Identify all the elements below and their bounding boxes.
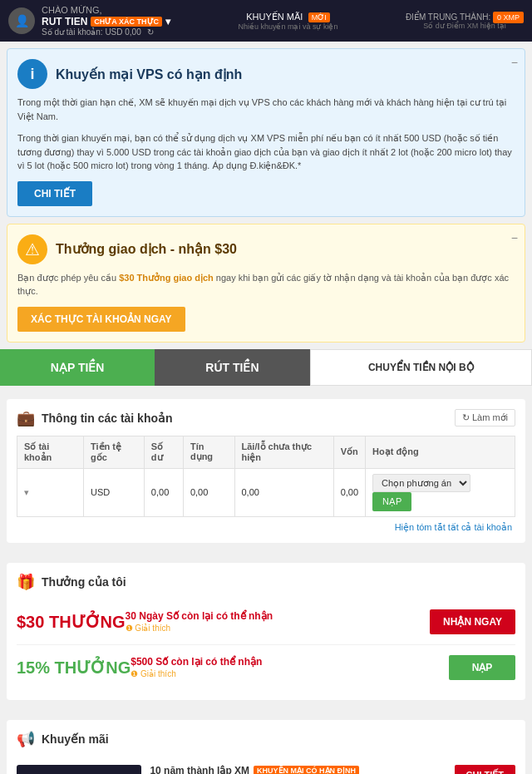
promotions-section: 📢 Khuyến mãi 1,000,000$ - KHUYẾN MẠI 10 … bbox=[7, 720, 525, 775]
bonus-highlight: $30 Thưởng giao dịch bbox=[119, 273, 214, 283]
dropdown-icon[interactable]: ▾ bbox=[165, 16, 170, 27]
promotions-title-row: 📢 Khuyến mãi bbox=[17, 730, 109, 748]
welcome-label: CHÀO MỪNG, bbox=[42, 5, 170, 16]
promo-content-10years: 10 năm thành lập XM KHUYẾN MẠI CÓ HẠN ĐỊ… bbox=[150, 765, 370, 775]
account-section-title: 💼 Thông tin các tài khoản bbox=[17, 409, 173, 427]
promo-bonus-text: Bạn được phép yêu cầu $30 Thưởng giao dị… bbox=[17, 271, 515, 298]
promotions-title-text: Khuyến mãi bbox=[42, 732, 109, 746]
refresh-balance-icon[interactable]: ↻ bbox=[147, 27, 154, 37]
collapse-bonus-button[interactable]: − bbox=[511, 231, 518, 244]
info-icon: i bbox=[17, 59, 47, 89]
vps-detail-button[interactable]: CHI TIẾT bbox=[17, 181, 92, 206]
reward-info-15: $500 Số còn lại có thể nhận ❶ Giải thích bbox=[131, 656, 449, 678]
megaphone-icon: 📢 bbox=[17, 730, 35, 748]
diem-sub: Số dư Điểm XM hiện tại bbox=[406, 22, 524, 30]
account-section-header: 💼 Thông tin các tài khoản ↻ Làm mới bbox=[17, 409, 515, 427]
reward-days-30: 30 Ngày Số còn lại có thể nhận bbox=[126, 610, 431, 622]
reward-days-value: 30 Ngày bbox=[126, 610, 164, 622]
promo-title-text-10years: 10 năm thành lập XM bbox=[150, 765, 249, 775]
balance-display: Số dư tài khoản: USD 0,00 ↻ bbox=[42, 27, 170, 37]
khuyenmai-sub: Nhiều khuyến mại và sự kiện bbox=[238, 22, 337, 31]
separator-1 bbox=[0, 386, 532, 392]
separator-2 bbox=[0, 550, 532, 556]
separator-3 bbox=[0, 707, 532, 713]
khuyenmai-label: KHUYẾN MÃI MỚI bbox=[238, 11, 337, 22]
account-info-section: 💼 Thông tin các tài khoản ↻ Làm mới Số t… bbox=[7, 399, 525, 543]
row-expand-icon[interactable]: ▾ bbox=[24, 487, 29, 497]
deposit-for-bonus-button[interactable]: NẠP bbox=[449, 655, 515, 680]
promo-vps-header: i Khuyến mại VPS có hạn định bbox=[17, 59, 515, 89]
withdraw-button[interactable]: RÚT TIỀN bbox=[155, 349, 309, 386]
rewards-title-text: Thưởng của tôi bbox=[42, 575, 126, 589]
reward-amount-30: $30 THƯỞNG bbox=[17, 612, 126, 632]
promo-detail-button-10years[interactable]: CHI TIẾT bbox=[455, 765, 516, 775]
header-user-info: CHÀO MỪNG, RUT TIEN CHƯA XÁC THỰC ▾ Số d… bbox=[42, 5, 170, 37]
reward-info-30: 30 Ngày Số còn lại có thể nhận ❶ Giải th… bbox=[126, 610, 431, 633]
unverified-badge: CHƯA XÁC THỰC bbox=[91, 17, 162, 27]
promo-vps-banner: − i Khuyến mại VPS có hạn định Trong một… bbox=[7, 48, 525, 217]
header-points: ĐIỂM TRUNG THÀNH: 0 XMP Số dư Điểm XM hi… bbox=[406, 12, 524, 30]
promo-bonus-banner: − ⚠ Thưởng giao dịch - nhận $30 Bạn được… bbox=[7, 224, 525, 343]
reward-amount-15: 15% THƯỞNG bbox=[17, 658, 131, 678]
cell-currency: USD bbox=[83, 468, 144, 516]
deposit-button[interactable]: NẠP TIỀN bbox=[0, 349, 155, 386]
promo-thumb-10years: 1,000,000$ - KHUYẾN MẠI 10 NĂM THÀNH LẬP… bbox=[17, 765, 141, 775]
reward-item-30: $30 THƯỞNG 30 Ngày Số còn lại có thể nhậ… bbox=[17, 599, 515, 645]
col-action: Hoạt động bbox=[366, 436, 515, 468]
col-balance: Số dư bbox=[144, 436, 183, 468]
username-display: RUT TIEN CHƯA XÁC THỰC ▾ bbox=[42, 16, 170, 27]
reward-days-suffix: Số còn lại có thể nhận bbox=[166, 610, 273, 622]
cell-capital: 0,00 bbox=[333, 468, 365, 516]
promo-right-10years: CHI TIẾT Khuyến mại kết thúc trong 197 N… bbox=[379, 765, 515, 775]
briefcase-icon: 💼 bbox=[17, 409, 35, 427]
table-deposit-button[interactable]: NẠP bbox=[372, 492, 411, 511]
balance-label: Số dư tài khoản: bbox=[42, 27, 103, 37]
username-text: RUT TIEN bbox=[42, 16, 87, 27]
table-header-row: Số tài khoản Tiền tệ gốc Số dư Tín dụng … bbox=[17, 436, 515, 468]
promo-vps-title: Khuyến mại VPS có hạn định bbox=[56, 67, 242, 82]
promo-item-10years: 1,000,000$ - KHUYẾN MẠI 10 NĂM THÀNH LẬP… bbox=[17, 757, 515, 775]
cell-account-number: ▾ bbox=[17, 468, 84, 516]
col-capital: Vốn bbox=[333, 436, 365, 468]
new-badge: MỚI bbox=[308, 12, 330, 22]
header-promotions: KHUYẾN MÃI MỚI Nhiều khuyến mại và sự ki… bbox=[238, 11, 337, 31]
promo-vps-text: Trong một thời gian hạn chế, XM sẽ khuyế… bbox=[17, 96, 515, 123]
limited-badge-10years: KHUYẾN MẠI CÓ HẠN ĐỊNH bbox=[254, 766, 359, 775]
warning-icon: ⚠ bbox=[17, 234, 47, 264]
cell-credit: 0,00 bbox=[183, 468, 234, 516]
verify-account-button[interactable]: XÁC THỰC TÀI KHOẢN NGAY bbox=[17, 307, 185, 332]
reward-deposit-suffix: Số còn lại có thể nhận bbox=[155, 656, 262, 668]
reward-deposit-value: $500 bbox=[131, 656, 153, 668]
reward-explain-30[interactable]: ❶ Giải thích bbox=[126, 624, 431, 633]
account-title-text: Thông tin các tài khoản bbox=[42, 412, 173, 425]
promo-bonus-title: Thưởng giao dịch - nhận $30 bbox=[56, 241, 237, 257]
col-currency: Tiền tệ gốc bbox=[83, 436, 144, 468]
reward-explain-15[interactable]: ❶ Giải thích bbox=[131, 669, 449, 678]
khuyenmai-text: KHUYẾN MÃI bbox=[246, 12, 303, 22]
collapse-vps-button[interactable]: − bbox=[511, 56, 518, 69]
rewards-section: 🎁 Thưởng của tôi $30 THƯỞNG 30 Ngày Số c… bbox=[7, 563, 525, 700]
show-all-accounts-link[interactable]: Hiện tóm tắt tất cả tài khoản bbox=[17, 517, 515, 533]
cell-pnl: 0,00 bbox=[234, 468, 333, 516]
promo-bonus-header: ⚠ Thưởng giao dịch - nhận $30 bbox=[17, 234, 515, 264]
method-select[interactable]: Chọn phương án bbox=[372, 474, 470, 492]
action-buttons-row: NẠP TIỀN RÚT TIỀN CHUYỂN TIỀN NỘI BỘ bbox=[0, 349, 532, 386]
header-left: 👤 CHÀO MỪNG, RUT TIEN CHƯA XÁC THỰC ▾ Số… bbox=[8, 5, 170, 37]
diem-label: ĐIỂM TRUNG THÀNH: bbox=[406, 12, 490, 22]
reward-item-15: 15% THƯỞNG $500 Số còn lại có thể nhận ❶… bbox=[17, 645, 515, 690]
col-pnl: Lãi/lỗ chưa thực hiện bbox=[234, 436, 333, 468]
rewards-title-row: 🎁 Thưởng của tôi bbox=[17, 573, 126, 591]
promo-vps-text2: Trong thời gian khuyến mại, bạn có thể s… bbox=[17, 131, 515, 173]
reward-days-15: $500 Số còn lại có thể nhận bbox=[131, 656, 449, 668]
col-account-number: Số tài khoản bbox=[17, 436, 84, 468]
diem-label-row: ĐIỂM TRUNG THÀNH: 0 XMP bbox=[406, 12, 524, 22]
col-credit: Tín dụng bbox=[183, 436, 234, 468]
rewards-header: 🎁 Thưởng của tôi bbox=[17, 573, 515, 591]
transfer-button[interactable]: CHUYỂN TIỀN NỘI BỘ bbox=[310, 349, 532, 386]
cell-balance: 0,00 bbox=[144, 468, 183, 516]
claim-bonus-button[interactable]: NHẬN NGAY bbox=[430, 609, 515, 634]
promo-title-10years: 10 năm thành lập XM KHUYẾN MẠI CÓ HẠN ĐỊ… bbox=[150, 765, 370, 775]
accounts-table: Số tài khoản Tiền tệ gốc Số dư Tín dụng … bbox=[17, 436, 515, 517]
refresh-accounts-button[interactable]: ↻ Làm mới bbox=[455, 409, 515, 426]
balance-value: USD 0,00 bbox=[105, 27, 140, 37]
